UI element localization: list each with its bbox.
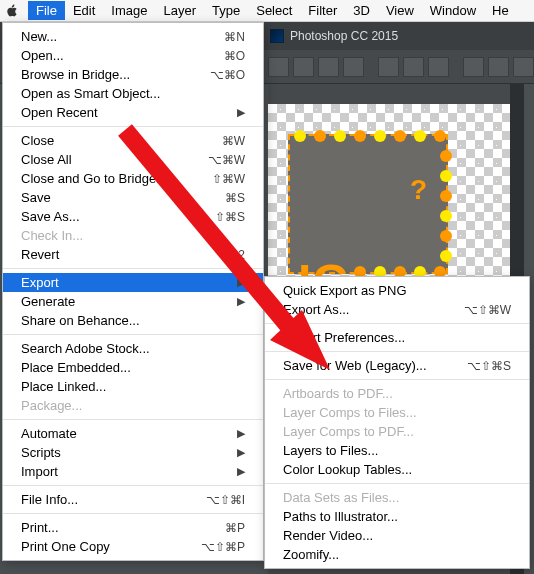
file-menu-item[interactable]: Save⌘S bbox=[3, 188, 263, 207]
menu-item-shortcut: ⌥⇧⌘W bbox=[464, 303, 511, 317]
menu-item-shortcut: F12 bbox=[224, 248, 245, 262]
toolbar-button[interactable] bbox=[268, 57, 289, 77]
submenu-arrow-icon: ▶ bbox=[237, 446, 245, 459]
export-menu-item[interactable]: Save for Web (Legacy)...⌥⇧⌘S bbox=[265, 356, 529, 375]
dot bbox=[440, 170, 452, 182]
menu-layer[interactable]: Layer bbox=[156, 1, 205, 20]
menu-item-label: File Info... bbox=[21, 492, 78, 507]
file-dropdown[interactable]: New...⌘NOpen...⌘OBrowse in Bridge...⌥⌘OO… bbox=[2, 22, 264, 561]
menu-item-shortcut: ⇧⌘S bbox=[215, 210, 245, 224]
file-menu-item[interactable]: Close⌘W bbox=[3, 131, 263, 150]
toolbar-button[interactable] bbox=[403, 57, 424, 77]
menu-3d[interactable]: 3D bbox=[345, 1, 378, 20]
file-menu-item[interactable]: Browse in Bridge...⌥⌘O bbox=[3, 65, 263, 84]
menu-select[interactable]: Select bbox=[248, 1, 300, 20]
file-menu-item[interactable]: Print One Copy⌥⇧⌘P bbox=[3, 537, 263, 556]
file-menu-item[interactable]: Place Embedded... bbox=[3, 358, 263, 377]
toolbar-button[interactable] bbox=[378, 57, 399, 77]
export-menu-item[interactable]: Render Video... bbox=[265, 526, 529, 545]
menu-item-label: Automate bbox=[21, 426, 77, 441]
file-menu-item[interactable]: Open as Smart Object... bbox=[3, 84, 263, 103]
menu-item-label: Paths to Illustrator... bbox=[283, 509, 398, 524]
file-menu-item[interactable]: Automate▶ bbox=[3, 424, 263, 443]
menu-item-label: Close bbox=[21, 133, 54, 148]
menu-type[interactable]: Type bbox=[204, 1, 248, 20]
export-menu-item[interactable]: Paths to Illustrator... bbox=[265, 507, 529, 526]
menu-item-shortcut: ⌥⇧⌘P bbox=[201, 540, 245, 554]
menu-item-shortcut: ⌘N bbox=[224, 30, 245, 44]
toolbar-button[interactable] bbox=[293, 57, 314, 77]
menu-separator bbox=[3, 513, 263, 514]
menu-edit[interactable]: Edit bbox=[65, 1, 103, 20]
file-menu-item[interactable]: Save As...⇧⌘S bbox=[3, 207, 263, 226]
export-menu-item[interactable]: Zoomify... bbox=[265, 545, 529, 564]
file-menu-item: Package... bbox=[3, 396, 263, 415]
menu-item-label: Print... bbox=[21, 520, 59, 535]
menu-separator bbox=[265, 323, 529, 324]
menu-item-label: Data Sets as Files... bbox=[283, 490, 399, 505]
menu-item-shortcut: ⇧⌘W bbox=[212, 172, 245, 186]
file-menu-item[interactable]: Scripts▶ bbox=[3, 443, 263, 462]
file-menu-item[interactable]: Close and Go to Bridge...⇧⌘W bbox=[3, 169, 263, 188]
menu-help[interactable]: He bbox=[484, 1, 517, 20]
file-menu-item[interactable]: Generate▶ bbox=[3, 292, 263, 311]
menu-item-label: Print One Copy bbox=[21, 539, 110, 554]
export-menu-item[interactable]: Color Lookup Tables... bbox=[265, 460, 529, 479]
menu-view[interactable]: View bbox=[378, 1, 422, 20]
menu-separator bbox=[3, 334, 263, 335]
file-menu-item[interactable]: Open...⌘O bbox=[3, 46, 263, 65]
dot bbox=[354, 130, 366, 142]
file-menu-item[interactable]: Import▶ bbox=[3, 462, 263, 481]
file-menu-item[interactable]: New...⌘N bbox=[3, 27, 263, 46]
menu-image[interactable]: Image bbox=[103, 1, 155, 20]
menu-item-label: Render Video... bbox=[283, 528, 373, 543]
menubar[interactable]: File Edit Image Layer Type Select Filter… bbox=[0, 0, 534, 22]
menu-separator bbox=[265, 379, 529, 380]
file-menu-item[interactable]: Open Recent▶ bbox=[3, 103, 263, 122]
apple-icon[interactable] bbox=[4, 3, 20, 19]
export-menu-item[interactable]: Export Preferences... bbox=[265, 328, 529, 347]
file-menu-item[interactable]: Share on Behance... bbox=[3, 311, 263, 330]
menu-item-label: Export As... bbox=[283, 302, 349, 317]
menu-item-label: Export bbox=[21, 275, 59, 290]
menu-separator bbox=[3, 419, 263, 420]
toolbar-button[interactable] bbox=[428, 57, 449, 77]
file-menu-item[interactable]: Export▶ bbox=[3, 273, 263, 292]
file-menu-item[interactable]: RevertF12 bbox=[3, 245, 263, 264]
toolbar-button[interactable] bbox=[463, 57, 484, 77]
menu-item-label: Browse in Bridge... bbox=[21, 67, 130, 82]
toolbar-button[interactable] bbox=[488, 57, 509, 77]
file-menu-item[interactable]: Close All⌥⌘W bbox=[3, 150, 263, 169]
dot bbox=[440, 190, 452, 202]
menu-item-label: Quick Export as PNG bbox=[283, 283, 407, 298]
dot bbox=[314, 130, 326, 142]
menu-item-label: Check In... bbox=[21, 228, 83, 243]
dot bbox=[294, 130, 306, 142]
file-menu-item[interactable]: Print...⌘P bbox=[3, 518, 263, 537]
menu-item-shortcut: ⌥⇧⌘I bbox=[206, 493, 245, 507]
export-menu-item[interactable]: Quick Export as PNG bbox=[265, 281, 529, 300]
export-menu-item[interactable]: Export As...⌥⇧⌘W bbox=[265, 300, 529, 319]
export-submenu[interactable]: Quick Export as PNGExport As...⌥⇧⌘WExpor… bbox=[264, 276, 530, 569]
menu-file[interactable]: File bbox=[28, 1, 65, 20]
toolbar-button[interactable] bbox=[513, 57, 534, 77]
menu-item-label: Search Adobe Stock... bbox=[21, 341, 150, 356]
menu-item-shortcut: ⌘P bbox=[225, 521, 245, 535]
file-menu-item[interactable]: Search Adobe Stock... bbox=[3, 339, 263, 358]
export-menu-item: Layer Comps to Files... bbox=[265, 403, 529, 422]
menu-window[interactable]: Window bbox=[422, 1, 484, 20]
menu-item-label: Close and Go to Bridge... bbox=[21, 171, 167, 186]
export-menu-item[interactable]: Layers to Files... bbox=[265, 441, 529, 460]
file-menu-item[interactable]: File Info...⌥⇧⌘I bbox=[3, 490, 263, 509]
dot bbox=[374, 130, 386, 142]
toolbar-button[interactable] bbox=[318, 57, 339, 77]
menu-item-shortcut: ⌥⇧⌘S bbox=[467, 359, 511, 373]
app-title: Photoshop CC 2015 bbox=[290, 29, 398, 43]
menu-item-label: Place Linked... bbox=[21, 379, 106, 394]
export-menu-item: Artboards to PDF... bbox=[265, 384, 529, 403]
file-menu-item[interactable]: Place Linked... bbox=[3, 377, 263, 396]
menu-filter[interactable]: Filter bbox=[300, 1, 345, 20]
submenu-arrow-icon: ▶ bbox=[237, 465, 245, 478]
menu-item-shortcut: ⌥⌘O bbox=[210, 68, 245, 82]
toolbar-button[interactable] bbox=[343, 57, 364, 77]
